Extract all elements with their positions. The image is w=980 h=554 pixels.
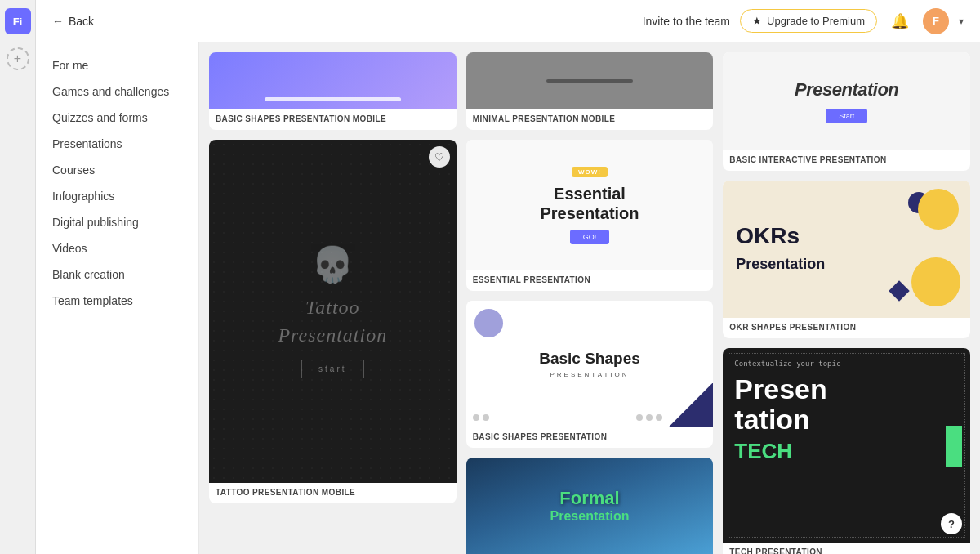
view-template-button-interactive[interactable]: VIEW TEMPLATE <box>799 89 895 110</box>
notifications-button[interactable]: 🔔 <box>887 8 913 34</box>
template-card-okr[interactable]: OKRsPresentation VIEW TEMPLATE OKR SHAPE <box>723 181 970 338</box>
upgrade-label: Upgrade to Premium <box>767 15 865 27</box>
view-template-button-essential[interactable]: VIEW TEMPLATE <box>541 193 638 214</box>
template-label-interactive: BASIC INTERACTIVE PRESENTATION <box>723 150 970 171</box>
view-template-button-tech[interactable]: VIEW TEMPLATE <box>799 433 895 454</box>
view-template-button-minimal[interactable]: VIEW TEMPLATE <box>541 69 638 90</box>
bs-title-text: Basic Shapes <box>539 350 640 368</box>
back-button[interactable]: ← Back <box>52 15 94 28</box>
back-label: Back <box>69 15 94 28</box>
template-thumbnail-tattoo: 💀 TattooPresentation start ▶ VIEW TEMPLA… <box>209 140 457 483</box>
page-body: ← Back Invite to the team ★ Upgrade to P… <box>36 0 980 554</box>
template-col-1: VIEW TEMPLATE BASIC SHAPES PRESENTATION … <box>209 52 457 554</box>
sidebar-item-courses[interactable]: Courses <box>36 157 198 183</box>
content-body: For me Games and challenges Quizzes and … <box>36 42 980 554</box>
sidebar-item-games[interactable]: Games and challenges <box>36 78 198 105</box>
templates-grid: VIEW TEMPLATE BASIC SHAPES PRESENTATION … <box>209 52 970 554</box>
app-layout: Fi + ← Back Invite to the team ★ Upgrade… <box>0 0 980 554</box>
template-col-3: Presentation Start VIEW TEMPLATE BASIC I… <box>723 52 970 554</box>
favorite-button[interactable]: ♡ <box>429 146 450 168</box>
okr-title-text: OKRsPresentation <box>736 224 825 275</box>
sidebar-item-presentations[interactable]: Presentations <box>36 131 198 157</box>
top-header: ← Back Invite to the team ★ Upgrade to P… <box>36 0 980 42</box>
sidebar-item-digital[interactable]: Digital publishing <box>36 209 198 235</box>
add-button[interactable]: + <box>7 47 29 70</box>
template-card-essential[interactable]: WOW! EssentialPresentation GO! VIEW TEMP… <box>466 140 714 291</box>
sidebar-item-for-me[interactable]: For me <box>36 52 198 78</box>
app-logo: Fi <box>5 8 31 34</box>
template-card-tattoo-mobile[interactable]: ♡ 💀 TattooPresentation start ▶ VIEW TEMP… <box>209 140 457 503</box>
view-template-button[interactable]: VIEW TEMPLATE <box>285 69 381 90</box>
okr-text-area: OKRsPresentation <box>736 224 825 275</box>
view-template-button-formal[interactable]: VIEW TEMPLATE <box>541 494 638 516</box>
sidebar-item-quizzes[interactable]: Quizzes and forms <box>36 105 198 131</box>
star-icon: ★ <box>752 15 762 27</box>
invite-button[interactable]: Invite to the team <box>643 15 730 28</box>
tattoo-title-text: TattooPresentation <box>278 294 387 349</box>
nav-sidebar: For me Games and challenges Quizzes and … <box>36 42 199 554</box>
template-label-basic-shapes-mobile: BASIC SHAPES PRESENTATION MOBILE <box>209 109 457 130</box>
template-label-okr: OKR SHAPES PRESENTATION <box>723 318 970 338</box>
templates-area: VIEW TEMPLATE BASIC SHAPES PRESENTATION … <box>199 42 980 554</box>
sidebar-item-team[interactable]: Team templates <box>36 288 198 314</box>
template-card-basic-shapes-mobile[interactable]: VIEW TEMPLATE BASIC SHAPES PRESENTATION … <box>209 52 457 130</box>
upgrade-button[interactable]: ★ Upgrade to Premium <box>740 9 877 33</box>
sidebar-item-infographics[interactable]: Infographics <box>36 183 198 209</box>
template-label-tattoo: TATTOO PRESENTATION MOBILE <box>209 483 457 503</box>
template-label-tech: TECH PRESENTATION <box>723 543 970 554</box>
template-label-minimal: MINIMAL PRESENTATION MOBILE <box>466 109 714 130</box>
template-label-essential: ESSENTIAL PRESENTATION <box>466 270 714 291</box>
sidebar-item-videos[interactable]: Videos <box>36 235 198 261</box>
template-card-interactive[interactable]: Presentation Start VIEW TEMPLATE BASIC I… <box>723 52 970 171</box>
template-col-2: VIEW TEMPLATE MINIMAL PRESENTATION MOBIL… <box>466 52 714 554</box>
sidebar-item-blank[interactable]: Blank creation <box>36 261 198 288</box>
icon-sidebar: Fi + <box>0 0 36 554</box>
bs-subtitle-text: PRESENTATION <box>550 371 629 378</box>
template-card-tech[interactable]: Contextualize your topic Presentation TE… <box>723 348 970 554</box>
template-card-basic-shapes[interactable]: Basic Shapes PRESENTATION <box>466 301 714 448</box>
template-card-formal[interactable]: Formal Presentation VIEW TEMPLATE FORMAL… <box>466 458 714 554</box>
template-label-basic-shapes: BASIC SHAPES PRESENTATION <box>466 427 714 448</box>
avatar[interactable]: F <box>923 8 949 34</box>
back-arrow-icon: ← <box>52 15 64 28</box>
tattoo-start-label: start <box>301 360 363 378</box>
template-card-minimal-mobile[interactable]: VIEW TEMPLATE MINIMAL PRESENTATION MOBIL… <box>466 52 714 130</box>
chevron-down-icon[interactable]: ▾ <box>959 16 964 27</box>
